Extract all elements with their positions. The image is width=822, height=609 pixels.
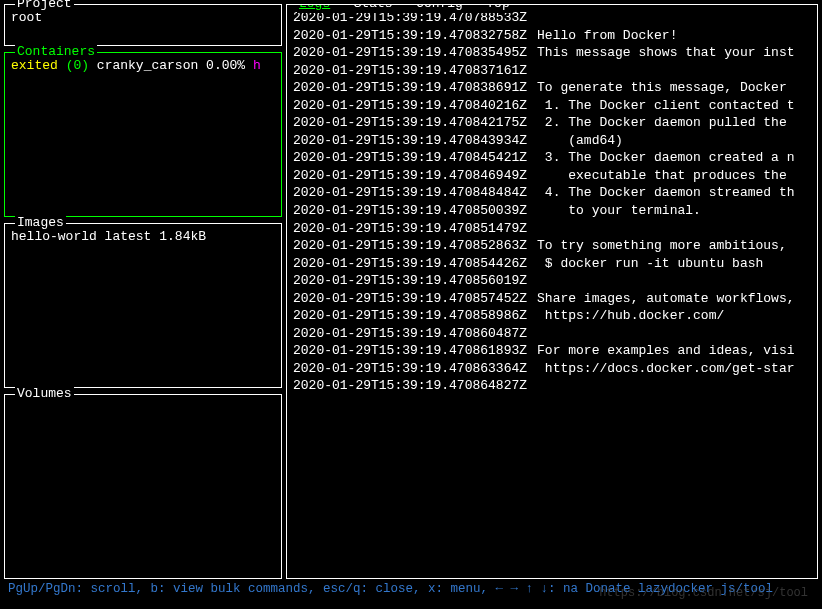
log-message (527, 9, 537, 27)
log-line: 2020-01-29T15:39:19.470860487Z (293, 325, 811, 343)
log-timestamp: 2020-01-29T15:39:19.470837161Z (293, 62, 527, 80)
log-line: 2020-01-29T15:39:19.470858986Z https://h… (293, 307, 811, 325)
log-timestamp: 2020-01-29T15:39:19.470846949Z (293, 167, 527, 185)
log-timestamp: 2020-01-29T15:39:19.470850039Z (293, 202, 527, 220)
containers-panel[interactable]: Containers exited (0) cranky_carson 0.00… (4, 52, 282, 217)
log-line: 2020-01-29T15:39:19.470856019Z (293, 272, 811, 290)
log-timestamp: 2020-01-29T15:39:19.470856019Z (293, 272, 527, 290)
tab-sep: - (400, 4, 416, 11)
tab-sep: - (471, 4, 487, 11)
log-message: Share images, automate workflows, (527, 290, 794, 308)
log-line: 2020-01-29T15:39:19.470842175Z 2. The Do… (293, 114, 811, 132)
log-message (527, 377, 537, 395)
container-image-initial: h (253, 58, 261, 73)
log-timestamp: 2020-01-29T15:39:19.470843934Z (293, 132, 527, 150)
log-line: 2020-01-29T15:39:19.470861893ZFor more e… (293, 342, 811, 360)
log-line: 2020-01-29T15:39:19.470832758ZHello from… (293, 27, 811, 45)
log-timestamp: 2020-01-29T15:39:19.470858986Z (293, 307, 527, 325)
log-message: 4. The Docker daemon streamed th (527, 184, 794, 202)
log-timestamp: 2020-01-29T15:39:19.470835495Z (293, 44, 527, 62)
log-line: 2020-01-29T15:39:19.470848484Z 4. The Do… (293, 184, 811, 202)
tab-sep: - (338, 4, 354, 11)
log-output[interactable]: 2020-01-29T15:39:19.470788533Z2020-01-29… (293, 9, 811, 395)
project-panel[interactable]: Project root (4, 4, 282, 46)
volumes-title: Volumes (15, 385, 74, 403)
log-line: 2020-01-29T15:39:19.470864827Z (293, 377, 811, 395)
volumes-panel[interactable]: Volumes (4, 394, 282, 579)
project-title: Project (15, 0, 74, 13)
tab-config[interactable]: Config (416, 4, 463, 11)
log-message (527, 62, 537, 80)
log-line: 2020-01-29T15:39:19.470854426Z $ docker … (293, 255, 811, 273)
images-panel[interactable]: Images hello-world latest 1.84kB (4, 223, 282, 388)
log-line: 2020-01-29T15:39:19.470863364Z https://d… (293, 360, 811, 378)
log-timestamp: 2020-01-29T15:39:19.470851479Z (293, 220, 527, 238)
log-line: 2020-01-29T15:39:19.470837161Z (293, 62, 811, 80)
log-message: Hello from Docker! (527, 27, 677, 45)
log-message: 1. The Docker client contacted t (527, 97, 794, 115)
log-message: To generate this message, Docker (527, 79, 787, 97)
log-message: (amd64) (527, 132, 623, 150)
log-message: executable that produces the (527, 167, 787, 185)
log-line: 2020-01-29T15:39:19.470857452ZShare imag… (293, 290, 811, 308)
log-message: 2. The Docker daemon pulled the (527, 114, 787, 132)
log-message: $ docker run -it ubuntu bash (527, 255, 763, 273)
log-message: This message shows that your inst (527, 44, 794, 62)
log-line: 2020-01-29T15:39:19.470851479Z (293, 220, 811, 238)
tab-top[interactable]: Top (486, 4, 509, 11)
log-timestamp: 2020-01-29T15:39:19.470860487Z (293, 325, 527, 343)
log-line: 2020-01-29T15:39:19.470845421Z 3. The Do… (293, 149, 811, 167)
log-message: To try something more ambitious, (527, 237, 787, 255)
log-line: 2020-01-29T15:39:19.470852863ZTo try som… (293, 237, 811, 255)
container-cpu: 0.00% (206, 58, 245, 73)
log-line: 2020-01-29T15:39:19.470850039Z to your t… (293, 202, 811, 220)
log-message: to your terminal. (527, 202, 701, 220)
log-timestamp: 2020-01-29T15:39:19.470852863Z (293, 237, 527, 255)
log-timestamp: 2020-01-29T15:39:19.470848484Z (293, 184, 527, 202)
log-message: 3. The Docker daemon created a n (527, 149, 794, 167)
container-name[interactable]: cranky_carson (97, 58, 198, 73)
log-timestamp: 2020-01-29T15:39:19.470863364Z (293, 360, 527, 378)
watermark: https://blog.csdn.net/sj/tool (599, 585, 808, 601)
log-line: 2020-01-29T15:39:19.470840216Z 1. The Do… (293, 97, 811, 115)
log-timestamp: 2020-01-29T15:39:19.470832758Z (293, 27, 527, 45)
log-message (527, 325, 537, 343)
log-message (527, 272, 537, 290)
log-timestamp: 2020-01-29T15:39:19.470842175Z (293, 114, 527, 132)
containers-title: Containers (15, 43, 97, 61)
images-title: Images (15, 214, 66, 232)
log-line: 2020-01-29T15:39:19.470838691ZTo generat… (293, 79, 811, 97)
log-timestamp: 2020-01-29T15:39:19.470857452Z (293, 290, 527, 308)
log-line: 2020-01-29T15:39:19.470835495ZThis messa… (293, 44, 811, 62)
log-message: https://hub.docker.com/ (527, 307, 724, 325)
log-timestamp: 2020-01-29T15:39:19.470840216Z (293, 97, 527, 115)
tab-logs[interactable]: Logs (299, 4, 330, 11)
log-line: 2020-01-29T15:39:19.470846949Z executabl… (293, 167, 811, 185)
log-message: For more examples and ideas, visi (527, 342, 794, 360)
log-timestamp: 2020-01-29T15:39:19.470861893Z (293, 342, 527, 360)
log-timestamp: 2020-01-29T15:39:19.470864827Z (293, 377, 527, 395)
log-message (527, 220, 537, 238)
log-timestamp: 2020-01-29T15:39:19.470838691Z (293, 79, 527, 97)
log-line: 2020-01-29T15:39:19.470843934Z (amd64) (293, 132, 811, 150)
logs-panel[interactable]: Logs - Stats - Config - Top 2020-01-29T1… (286, 4, 818, 579)
log-timestamp: 2020-01-29T15:39:19.470854426Z (293, 255, 527, 273)
log-message: https://docs.docker.com/get-star (527, 360, 794, 378)
tab-stats[interactable]: Stats (354, 4, 393, 11)
log-timestamp: 2020-01-29T15:39:19.470845421Z (293, 149, 527, 167)
